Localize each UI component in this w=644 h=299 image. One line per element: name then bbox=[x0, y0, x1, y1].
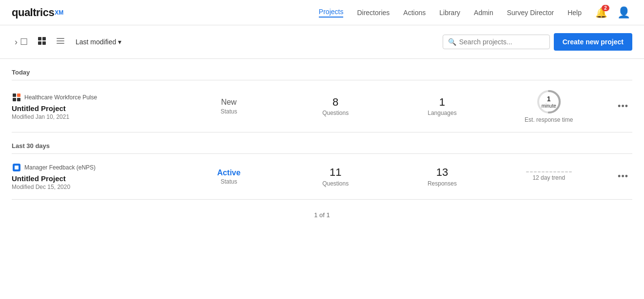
enps-icon bbox=[12, 163, 21, 172]
project-type: Manager Feedback (eNPS) bbox=[12, 163, 168, 172]
grid-view-button[interactable] bbox=[35, 34, 49, 51]
pagination: 1 of 1 bbox=[0, 200, 644, 230]
svg-rect-0 bbox=[38, 37, 41, 40]
project-type-label: Healthcare Workforce Pulse bbox=[24, 94, 97, 101]
project-row: Manager Feedback (eNPS)Untitled ProjectM… bbox=[12, 154, 632, 200]
stat-item: 11Questions bbox=[282, 166, 389, 187]
stat-value: 8 bbox=[282, 96, 389, 109]
svg-rect-2 bbox=[38, 41, 41, 45]
stat-item: ActiveStatus bbox=[176, 168, 282, 185]
toolbar: › ☐ Last modified ▾ 🔍 Create new project bbox=[0, 25, 644, 59]
project-name[interactable]: Untitled Project bbox=[12, 104, 168, 112]
logo-text: qualtrics bbox=[12, 6, 54, 19]
project-stats: NewStatus8Questions1Languages 1minuteEst… bbox=[176, 89, 602, 123]
svg-rect-1 bbox=[42, 37, 46, 40]
stat-label: Questions bbox=[282, 180, 389, 187]
section-label: Today bbox=[12, 59, 632, 80]
nav-link-admin[interactable]: Admin bbox=[474, 9, 493, 17]
notification-badge: 2 bbox=[602, 5, 609, 11]
nav-link-survey-director[interactable]: Survey Director bbox=[507, 9, 554, 17]
section-last-30-days: Last 30 daysManager Feedback (eNPS)Untit… bbox=[12, 132, 632, 200]
svg-rect-4 bbox=[57, 38, 64, 39]
chevron-down-icon: ▾ bbox=[118, 38, 121, 46]
response-time-label: Est. response time bbox=[525, 116, 573, 123]
svg-rect-3 bbox=[42, 41, 46, 45]
navbar-icons: 🔔 2 👤 bbox=[593, 4, 632, 21]
create-project-button[interactable]: Create new project bbox=[554, 33, 632, 51]
stat-item: 1Languages bbox=[389, 96, 496, 116]
logo: qualtricsXM bbox=[12, 6, 63, 19]
stat-value: 11 bbox=[282, 166, 389, 179]
nav-link-projects[interactable]: Projects bbox=[319, 8, 344, 18]
project-row: Healthcare Workforce PulseUntitled Proje… bbox=[12, 80, 632, 132]
svg-rect-5 bbox=[57, 40, 64, 41]
svg-rect-6 bbox=[57, 43, 64, 44]
stat-label: Status bbox=[176, 178, 282, 185]
expand-button[interactable]: › ☐ bbox=[12, 34, 31, 50]
more-options-button[interactable]: ••• bbox=[614, 99, 632, 113]
project-type-label: Manager Feedback (eNPS) bbox=[24, 164, 96, 171]
pagination-label: 1 of 1 bbox=[314, 211, 330, 219]
stat-label: Status bbox=[176, 108, 282, 115]
project-info: Healthcare Workforce PulseUntitled Proje… bbox=[12, 93, 168, 120]
stat-item: 13Responses bbox=[389, 166, 496, 187]
trend-dots bbox=[526, 171, 572, 172]
project-name[interactable]: Untitled Project bbox=[12, 174, 168, 183]
project-stats: ActiveStatus11Questions13Responses12 day… bbox=[176, 166, 602, 187]
stat-item: NewStatus bbox=[176, 97, 282, 114]
more-options-button[interactable]: ••• bbox=[614, 169, 632, 184]
nav-link-directories[interactable]: Directories bbox=[357, 9, 390, 17]
search-input[interactable] bbox=[459, 38, 545, 46]
section-label: Last 30 days bbox=[12, 132, 632, 153]
search-box: 🔍 bbox=[443, 35, 550, 49]
stat-value: New bbox=[176, 97, 282, 107]
main-content: TodayHealthcare Workforce PulseUntitled … bbox=[0, 59, 644, 200]
response-circle: 1minute bbox=[536, 89, 562, 114]
project-modified: Modified Dec 15, 2020 bbox=[12, 184, 168, 190]
stat-label: Languages bbox=[389, 110, 496, 116]
stat-label: Responses bbox=[389, 180, 496, 187]
sort-dropdown[interactable]: Last modified ▾ bbox=[72, 35, 125, 49]
sort-label: Last modified bbox=[76, 38, 116, 46]
avatar-button[interactable]: 👤 bbox=[615, 4, 632, 21]
stat-value: Active bbox=[176, 168, 282, 177]
stat-value: 1 bbox=[389, 96, 496, 109]
stat-item: 8Questions bbox=[282, 96, 389, 116]
project-type: Healthcare Workforce Pulse bbox=[12, 93, 168, 102]
nav-link-help[interactable]: Help bbox=[567, 9, 582, 17]
main-nav: ProjectsDirectoriesActionsLibraryAdminSu… bbox=[319, 8, 582, 18]
response-time-stat: 1minuteEst. response time bbox=[495, 89, 602, 123]
logo-xm: XM bbox=[55, 9, 63, 16]
project-info: Manager Feedback (eNPS)Untitled ProjectM… bbox=[12, 163, 168, 190]
list-view-button[interactable] bbox=[53, 34, 68, 51]
nav-link-actions[interactable]: Actions bbox=[403, 9, 426, 17]
trend-label: 12 day trend bbox=[532, 174, 565, 181]
four-square-icon bbox=[12, 93, 21, 102]
project-modified: Modified Jan 10, 2021 bbox=[12, 113, 168, 120]
stat-value: 13 bbox=[389, 166, 496, 179]
stat-label: Questions bbox=[282, 110, 389, 116]
trend-stat: 12 day trend bbox=[495, 171, 602, 181]
notifications-button[interactable]: 🔔 2 bbox=[593, 5, 609, 20]
navbar: qualtricsXM ProjectsDirectoriesActionsLi… bbox=[0, 0, 644, 25]
section-today: TodayHealthcare Workforce PulseUntitled … bbox=[12, 59, 632, 132]
nav-link-library[interactable]: Library bbox=[439, 9, 460, 17]
search-icon: 🔍 bbox=[448, 38, 456, 46]
